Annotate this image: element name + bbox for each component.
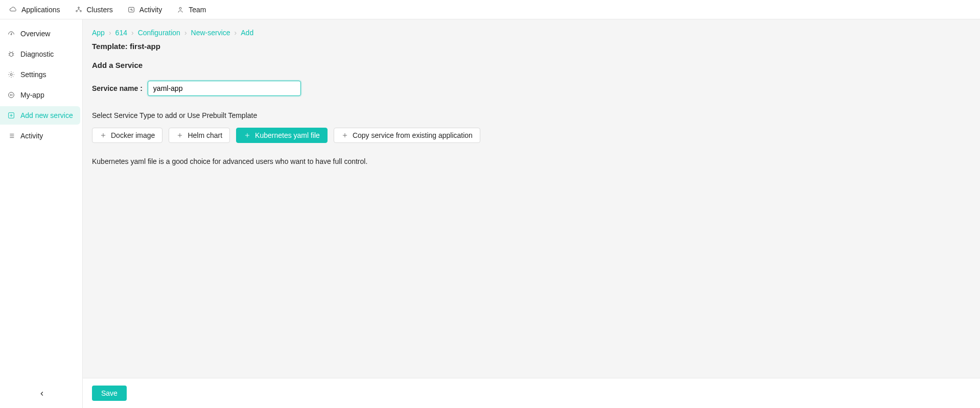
sidebar-diagnostic[interactable]: Diagnostic [0,45,80,63]
svg-point-2 [80,10,81,12]
nav-clusters-label: Clusters [87,6,113,14]
cloud-icon [9,6,17,14]
template-label: Template: [92,42,130,51]
main: App › 614 › Configuration › New-service … [83,19,980,408]
type-helm-button[interactable]: Helm chart [169,128,230,143]
svg-point-1 [76,10,77,12]
gear-icon [7,70,15,79]
select-type-hint: Select Service Type to add or Use Prebui… [92,111,971,119]
plus-square-icon [7,111,15,119]
content: App › 614 › Configuration › New-service … [83,19,980,378]
sidebar-activity-label: Activity [20,132,43,140]
svg-point-5 [11,34,12,35]
plus-icon [244,132,251,139]
sidebar-settings[interactable]: Settings [0,65,80,84]
sidebar-activity[interactable]: Activity [0,127,80,145]
gauge-icon [7,30,15,38]
nav-clusters[interactable]: Clusters [75,6,113,14]
nav-applications-label: Applications [21,6,60,14]
section-title: Add a Service [92,61,971,69]
svg-point-7 [10,74,12,76]
type-copy-button[interactable]: Copy service from existing application [334,128,480,143]
sidebar-collapse[interactable] [38,390,45,399]
sidebar-overview[interactable]: Overview [0,25,80,43]
svg-point-0 [78,7,79,8]
sidebar-diagnostic-label: Diagnostic [20,50,54,58]
sidebar-settings-label: Settings [20,70,46,79]
svg-point-6 [10,53,13,57]
type-docker-button[interactable]: Docker image [92,128,162,143]
pause-circle-icon [7,91,15,99]
team-icon [176,6,184,14]
svg-rect-3 [129,7,134,12]
type-kubernetes-button[interactable]: Kubernetes yaml file [236,128,328,143]
breadcrumb-add[interactable]: Add [241,29,253,37]
template-name: first-app [130,42,160,51]
list-icon [7,132,15,140]
breadcrumb-configuration[interactable]: Configuration [138,29,180,37]
svg-point-8 [9,92,14,98]
clusters-icon [75,6,83,14]
activity-icon [127,6,135,14]
plus-icon [176,132,183,139]
type-helm-label: Helm chart [188,131,222,139]
layout: Overview Diagnostic Settings My-app Add … [0,19,980,408]
service-name-row: Service name : [92,81,971,96]
sidebar-myapp-label: My-app [20,91,44,99]
top-nav: Applications Clusters Activity Team [0,0,980,19]
service-type-buttons: Docker image Helm chart Kubernetes yaml … [92,128,971,143]
plus-icon [341,132,348,139]
svg-point-4 [179,7,181,9]
chevron-right-icon: › [109,29,111,37]
plus-icon [100,132,107,139]
template-line: Template: first-app [92,42,971,51]
sidebar-overview-label: Overview [20,30,50,38]
sidebar: Overview Diagnostic Settings My-app Add … [0,19,83,408]
save-button[interactable]: Save [92,386,127,401]
type-kubernetes-label: Kubernetes yaml file [255,131,320,139]
sidebar-add-new-service[interactable]: Add new service [0,106,80,125]
chevron-left-icon [38,390,45,397]
chevron-right-icon: › [235,29,237,37]
type-docker-label: Docker image [111,131,155,139]
breadcrumb: App › 614 › Configuration › New-service … [92,29,971,37]
nav-team[interactable]: Team [176,6,206,14]
service-name-input[interactable] [148,81,301,96]
bug-icon [7,50,15,58]
breadcrumb-id[interactable]: 614 [115,29,127,37]
footer: Save [83,378,980,408]
type-copy-label: Copy service from existing application [353,131,473,139]
breadcrumb-app[interactable]: App [92,29,105,37]
sidebar-add-new-label: Add new service [20,111,73,119]
breadcrumb-new-service[interactable]: New-service [191,29,230,37]
chevron-right-icon: › [131,29,134,37]
service-name-label: Service name : [92,84,143,92]
nav-activity-label: Activity [139,6,162,14]
nav-team-label: Team [189,6,206,14]
chevron-right-icon: › [184,29,187,37]
type-description: Kubernetes yaml file is a good choice fo… [92,157,971,165]
nav-activity[interactable]: Activity [127,6,162,14]
sidebar-myapp[interactable]: My-app [0,86,80,104]
nav-applications[interactable]: Applications [9,6,60,14]
